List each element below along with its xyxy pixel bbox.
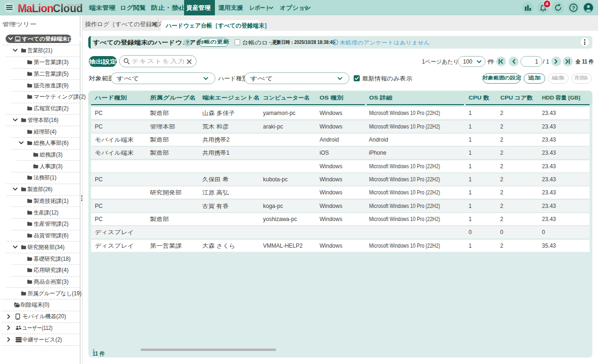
svg-text:?: ? xyxy=(571,5,575,11)
